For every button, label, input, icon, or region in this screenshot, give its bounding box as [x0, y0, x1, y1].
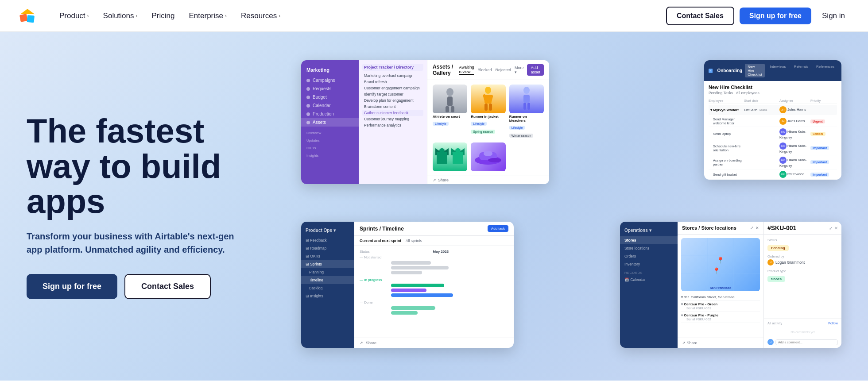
- task-row-1[interactable]: Send Manager welcome letter JHJules Harr…: [709, 116, 837, 127]
- signup-hero-button[interactable]: Sign up for free: [27, 274, 117, 299]
- tab-referrals[interactable]: Referrals: [791, 64, 811, 77]
- sidebar-item-calendar[interactable]: Calendar: [301, 101, 359, 110]
- store-item-inventory[interactable]: Inventory: [620, 260, 678, 268]
- asset-athlete[interactable]: Athlete on court Lifestyle: [433, 85, 467, 139]
- sprint-row-3: [360, 271, 508, 274]
- dir-brand[interactable]: Brand refresh: [362, 79, 423, 85]
- dir-journey[interactable]: Customer journey mapping: [362, 116, 423, 122]
- stores-share-icon: ↗: [682, 341, 686, 345]
- contact-sales-button[interactable]: Contact Sales: [666, 7, 734, 25]
- ops-okrs[interactable]: ⊞ OKRs: [301, 252, 354, 260]
- sku-close-icon[interactable]: ✕: [834, 226, 838, 231]
- expand-icon[interactable]: ⤢: [750, 226, 754, 230]
- follow-label[interactable]: Follow: [828, 321, 838, 325]
- activity-label[interactable]: All activity: [767, 321, 782, 325]
- store-item-locations[interactable]: Store locations: [620, 244, 678, 252]
- store-centaur-purple[interactable]: ▾ Centaur Pro - Purple Serial #SKU-002: [681, 312, 760, 323]
- dir-customer[interactable]: Customer engagement campaign: [362, 85, 423, 91]
- sidebar-item-campaigns[interactable]: Campaigns: [301, 76, 359, 85]
- sidebar-updates[interactable]: Updates: [301, 137, 359, 144]
- svg-point-13: [523, 87, 530, 94]
- requests-dot-icon: [306, 87, 310, 91]
- ops-feedback[interactable]: ⊞ Feedback: [301, 236, 354, 244]
- stores-close-icon[interactable]: ✕: [756, 226, 759, 230]
- ops-roadmap[interactable]: ⊞ Roadmap: [301, 244, 354, 252]
- tab-blocked[interactable]: Blocked: [477, 68, 492, 72]
- asset-runner-jacket[interactable]: Runner in jacket Lifestyle Spring season: [471, 85, 505, 139]
- tab-interviews[interactable]: Interviews: [767, 64, 789, 77]
- sidebar-insights[interactable]: Insights: [301, 152, 359, 159]
- nav-item-product[interactable]: Product ›: [53, 8, 95, 24]
- store-item-calendar[interactable]: 📅 Calendar: [620, 276, 678, 284]
- dir-target[interactable]: Identify target customer: [362, 91, 423, 97]
- sidebar-item-production[interactable]: Production: [301, 110, 359, 118]
- nav-item-resources[interactable]: Resources ›: [235, 8, 287, 24]
- tab-rejected[interactable]: Rejected: [495, 68, 511, 72]
- sku-user: LG Logan Grammont: [767, 259, 838, 266]
- sku-status-badge[interactable]: Pending: [767, 245, 789, 251]
- enterprise-chevron-icon: ›: [225, 13, 227, 19]
- ops-planning[interactable]: Planning: [301, 268, 354, 276]
- sidebar-okrs[interactable]: OKRs: [301, 144, 359, 152]
- sku-product-type-badge[interactable]: Shoes: [767, 276, 785, 282]
- store-address[interactable]: ▾ 311 California Street, San Franc: [681, 294, 760, 301]
- store-item-stores[interactable]: Stores: [620, 236, 678, 244]
- sidebar-overview[interactable]: Overview: [301, 129, 359, 137]
- tab-references[interactable]: References: [814, 64, 837, 77]
- add-asset-button[interactable]: Add asset: [527, 64, 544, 76]
- filter-current[interactable]: Current and next sprint: [360, 239, 401, 243]
- store-centaur-green[interactable]: ▾ Centaur Pro - Green Serial #SKU-001: [681, 301, 760, 312]
- logo[interactable]: [18, 6, 37, 26]
- sku-body: Status Pending Ordered by LG Logan Gramm…: [764, 235, 841, 318]
- asset-runner-bleachers[interactable]: Runner on bleachers Lifestyle Winter sea…: [509, 85, 544, 139]
- nav-item-solutions[interactable]: Solutions ›: [97, 8, 144, 24]
- svg-point-7: [485, 87, 491, 94]
- nav-item-pricing[interactable]: Pricing: [146, 8, 181, 24]
- onboarding-card: ✓ Onboarding New Hire Checklist Intervie…: [704, 60, 841, 180]
- task-row-2[interactable]: Send laptop HKHikaru Kubs-Kingsley Criti…: [709, 127, 837, 141]
- dir-feedback[interactable]: Gather customer feedback: [362, 110, 423, 116]
- ops-insights[interactable]: ⊞ Insights: [301, 292, 354, 300]
- tab-awaiting[interactable]: Awaiting review: [459, 65, 474, 75]
- sprints-share-label[interactable]: Share: [366, 341, 376, 345]
- comment-avatar: U: [767, 339, 774, 345]
- svg-rect-27: [484, 151, 492, 156]
- ops-backlog[interactable]: Backlog: [301, 284, 354, 292]
- dir-content[interactable]: Brainstorm content: [362, 104, 423, 110]
- tab-more[interactable]: More ▾: [515, 65, 524, 74]
- nav-item-enterprise[interactable]: Enterprise ›: [183, 8, 233, 24]
- sku-status-field: Status Pending: [767, 238, 838, 251]
- ops-sprints[interactable]: ⊞ Sprints: [301, 260, 354, 268]
- employee-row[interactable]: ▾ Myrvyn Wolfart Oct 20th, 2023 JHJules …: [709, 105, 837, 115]
- task-row-3[interactable]: Schedule new-hire orientation HKHikaru K…: [709, 141, 837, 155]
- share-label[interactable]: Share: [438, 178, 449, 182]
- stores-header: Stores / Store locations ⤢ ✕: [678, 222, 763, 235]
- sidebar-item-assets[interactable]: Assets: [301, 118, 359, 127]
- bar-4: [391, 284, 444, 287]
- filter-all[interactable]: All sprints: [406, 239, 422, 243]
- dir-plan[interactable]: Develop plan for engagement: [362, 97, 423, 104]
- comment-input[interactable]: [775, 339, 838, 345]
- dir-analytics[interactable]: Performance analytics: [362, 122, 423, 128]
- tab-new-hire[interactable]: New Hire Checklist: [745, 64, 764, 77]
- nav-actions: Contact Sales Sign up for free Sign in: [666, 7, 850, 25]
- task-row-5[interactable]: Send gift basket PEPat Evason Important: [709, 169, 837, 180]
- sidebar-item-requests[interactable]: Requests: [301, 85, 359, 93]
- add-task-button[interactable]: Add task: [488, 225, 508, 232]
- bar-1: [391, 261, 431, 265]
- signup-nav-button[interactable]: Sign up for free: [740, 8, 811, 24]
- sidebar-item-budget[interactable]: Budget: [301, 93, 359, 101]
- svg-point-24: [455, 148, 461, 153]
- dir-campaign-1[interactable]: Marketing overhaul campaign: [362, 73, 423, 79]
- task-row-4[interactable]: Assign on-boarding partner HKHikaru Kubs…: [709, 155, 837, 169]
- ops-timeline[interactable]: Timeline: [301, 276, 354, 284]
- stores-share-label[interactable]: Share: [687, 341, 698, 345]
- asset-shoes[interactable]: [471, 142, 505, 172]
- store-item-orders[interactable]: Orders: [620, 252, 678, 260]
- contact-hero-button[interactable]: Contact Sales: [124, 274, 211, 299]
- asset-shirts[interactable]: [433, 142, 467, 172]
- signin-button[interactable]: Sign in: [817, 8, 850, 24]
- svg-rect-0: [19, 14, 28, 22]
- sku-panel: #SKU-001 ⤢ ✕ Status Pending Ordered by: [764, 222, 841, 348]
- sku-expand-icon[interactable]: ⤢: [829, 226, 833, 231]
